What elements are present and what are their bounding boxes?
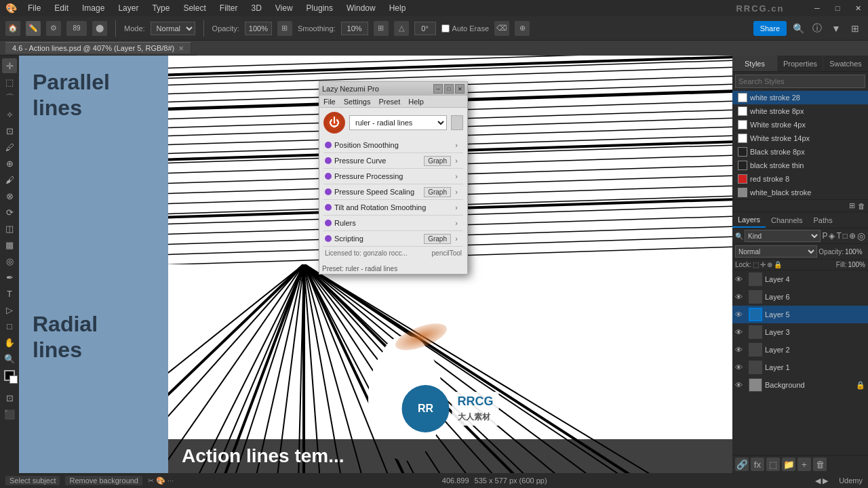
screen-mode-tool[interactable]: ⬛ bbox=[2, 407, 17, 422]
smoothing-options[interactable]: ⊞ bbox=[374, 21, 389, 36]
layer-item-1[interactable]: 👁 Layer 1 bbox=[732, 359, 868, 376]
magic-wand-tool[interactable]: ✧ bbox=[2, 107, 17, 122]
opacity-options[interactable]: ⊞ bbox=[277, 21, 292, 36]
dodge-tool[interactable]: ◎ bbox=[2, 253, 17, 268]
close-btn[interactable]: ✕ bbox=[848, 0, 868, 16]
delete-layer-btn[interactable]: 🗑 bbox=[813, 458, 827, 471]
layer-5-visibility[interactable]: 👁 bbox=[735, 310, 746, 319]
path-tool[interactable]: ▷ bbox=[2, 302, 17, 317]
symmetry-icon[interactable]: ⊕ bbox=[515, 21, 530, 36]
link-layers-btn[interactable]: 🔗 bbox=[735, 458, 749, 471]
maximize-btn[interactable]: □ bbox=[827, 0, 848, 16]
lnp-menu-preset[interactable]: Preset bbox=[374, 96, 404, 107]
layer-item-6[interactable]: 👁 Layer 6 bbox=[732, 288, 868, 306]
foreground-color[interactable] bbox=[4, 370, 15, 381]
menu-edit[interactable]: Edit bbox=[52, 3, 71, 13]
filter-adj-icon[interactable]: ◈ bbox=[829, 231, 835, 241]
filter-smart-icon[interactable]: ⊕ bbox=[849, 231, 856, 241]
add-mask-btn[interactable]: ⬚ bbox=[766, 458, 780, 471]
scripting-expand[interactable]: › bbox=[451, 233, 462, 244]
rulers-expand[interactable]: › bbox=[451, 218, 462, 228]
lasso-tool[interactable]: ⌒ bbox=[2, 91, 17, 106]
lnp-expand-button[interactable]: ▼ bbox=[451, 115, 463, 130]
layers-filter-toggle[interactable]: ◎ bbox=[857, 230, 865, 241]
layer-item-4[interactable]: 👁 Layer 4 bbox=[732, 270, 868, 288]
menu-select[interactable]: Select bbox=[180, 3, 208, 13]
style-item-3[interactable]: White stroke 14px bbox=[732, 131, 868, 145]
info-icon[interactable]: ⓘ bbox=[810, 21, 825, 36]
layer-3-visibility[interactable]: 👁 bbox=[735, 328, 746, 336]
home-tool[interactable]: 🏠 bbox=[5, 21, 20, 36]
menu-help[interactable]: Help bbox=[387, 3, 409, 13]
layer-item-5[interactable]: 👁 Layer 5 bbox=[732, 306, 868, 323]
pressure-speed-expand[interactable]: › bbox=[451, 186, 462, 197]
style-item-0[interactable]: white stroke 28 bbox=[732, 91, 868, 104]
document-tab[interactable]: 4.6 - Action lines.psd @ 407% (Layer 5, … bbox=[5, 42, 191, 54]
lock-pixels-icon[interactable]: ⬚ bbox=[753, 261, 759, 268]
filter-type-icon[interactable]: P bbox=[822, 231, 827, 241]
move-tool[interactable]: ✛ bbox=[2, 58, 17, 73]
position-smoothing-expand[interactable]: › bbox=[451, 140, 462, 150]
lock-position-icon[interactable]: ✛ bbox=[760, 261, 766, 268]
mode-select[interactable]: Normal bbox=[151, 22, 195, 35]
style-item-5[interactable]: black stroke thin bbox=[732, 159, 868, 172]
menu-window[interactable]: Window bbox=[344, 3, 378, 13]
filter-text-icon[interactable]: T bbox=[836, 231, 841, 241]
text-tool[interactable]: T bbox=[2, 286, 17, 301]
lnp-menu-settings[interactable]: Settings bbox=[340, 96, 375, 107]
new-layer-btn[interactable]: + bbox=[797, 458, 811, 471]
menu-image[interactable]: Image bbox=[79, 3, 107, 13]
gradient-tool[interactable]: ▦ bbox=[2, 237, 17, 252]
pressure-curve-expand[interactable]: › bbox=[451, 155, 462, 166]
brush-size[interactable]: 89 bbox=[66, 21, 87, 36]
crop-tool[interactable]: ⊡ bbox=[2, 123, 17, 138]
brush-tool-left[interactable]: 🖌 bbox=[2, 172, 17, 187]
background-color[interactable] bbox=[9, 375, 18, 384]
layer-item-bg[interactable]: 👁 Background 🔒 bbox=[732, 376, 868, 394]
lnp-power-button[interactable]: ⏻ bbox=[323, 112, 345, 134]
scripting-graph-btn[interactable]: Graph bbox=[424, 234, 451, 244]
add-style-btn[interactable]: fx bbox=[751, 458, 764, 471]
share-button[interactable]: Share bbox=[753, 21, 787, 36]
style-item-2[interactable]: White stroke 4px bbox=[732, 118, 868, 131]
tools-indicator[interactable]: ✂ 🎨 ··· bbox=[148, 476, 174, 485]
layer-item-3[interactable]: 👁 Layer 3 bbox=[732, 323, 868, 341]
menu-filter[interactable]: Filter bbox=[217, 3, 241, 13]
search-icon[interactable]: 🔍 bbox=[791, 21, 806, 36]
pressure-processing-expand[interactable]: › bbox=[451, 171, 462, 182]
minimize-btn[interactable]: ─ bbox=[807, 0, 827, 16]
lock-artboard-icon[interactable]: ⊕ bbox=[767, 261, 772, 268]
doc-tab-close[interactable]: ✕ bbox=[178, 45, 184, 52]
smoothing-input[interactable] bbox=[341, 22, 368, 35]
tab-channels[interactable]: Channels bbox=[766, 212, 808, 228]
style-item-4[interactable]: Black stroke 8px bbox=[732, 145, 868, 159]
zoom-tool[interactable]: 🔍 bbox=[2, 351, 17, 366]
lnp-close-btn[interactable]: ✕ bbox=[455, 84, 465, 94]
erase-tool[interactable]: ⌫ bbox=[494, 21, 509, 36]
tab-properties[interactable]: Properties bbox=[778, 56, 823, 71]
style-item-6[interactable]: red stroke 8 bbox=[732, 172, 868, 186]
filter-shape-icon[interactable]: □ bbox=[843, 231, 848, 241]
remove-background-btn[interactable]: Remove background bbox=[65, 476, 142, 485]
style-item-7[interactable]: white_black stroke bbox=[732, 186, 868, 199]
tilt-rotation-expand[interactable]: › bbox=[451, 202, 462, 213]
bg-visibility[interactable]: 👁 bbox=[735, 381, 746, 389]
eraser-tool[interactable]: ◫ bbox=[2, 221, 17, 236]
tab-styles[interactable]: Styles bbox=[732, 56, 778, 71]
brush-tool[interactable]: ✏️ bbox=[26, 21, 41, 36]
pressure-curve-graph-btn[interactable]: Graph bbox=[424, 156, 451, 166]
tab-swatches[interactable]: Swatches bbox=[823, 56, 868, 71]
layer-1-visibility[interactable]: 👁 bbox=[735, 363, 746, 371]
heal-tool[interactable]: ⊕ bbox=[2, 156, 17, 171]
menu-file[interactable]: File bbox=[25, 3, 43, 13]
menu-3d[interactable]: 3D bbox=[248, 3, 264, 13]
eyedropper-tool[interactable]: 🖊 bbox=[2, 140, 17, 155]
add-style-icon[interactable]: ⊞ bbox=[849, 201, 855, 210]
lnp-menu-help[interactable]: Help bbox=[404, 96, 428, 107]
opacity-input[interactable] bbox=[245, 22, 272, 35]
menu-layer[interactable]: Layer bbox=[115, 3, 141, 13]
menu-plugins[interactable]: Plugins bbox=[304, 3, 336, 13]
lnp-preset-select[interactable]: ruler - radial lines bbox=[349, 115, 447, 130]
expand-icon[interactable]: ⊞ bbox=[848, 21, 863, 36]
menu-type[interactable]: Type bbox=[149, 3, 172, 13]
